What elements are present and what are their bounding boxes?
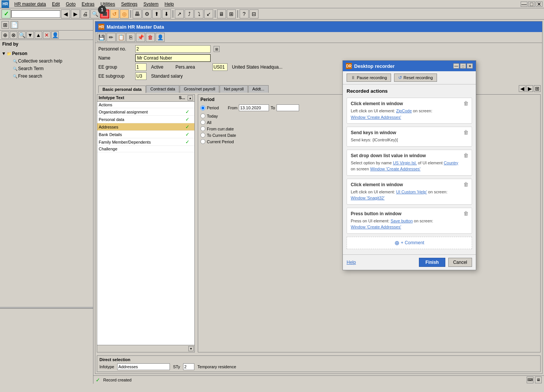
action-1-element-link[interactable]: ZipCode [396, 109, 412, 113]
help-btn[interactable]: ? [240, 9, 249, 18]
to-date-input[interactable] [277, 104, 299, 111]
action-5-delete-btn[interactable]: 🗑 [463, 210, 469, 216]
sidebar-item-collective-search[interactable]: 🔍 Collective search help [8, 57, 92, 65]
menu-hr-master[interactable]: HR master data [11, 1, 49, 8]
sidebar-item-free-search[interactable]: 🔍 Free search [8, 72, 92, 80]
from-curr-date-input[interactable] [200, 126, 205, 131]
action-5-screen-link[interactable]: Window 'Create Addresses' [351, 225, 401, 229]
orange-btn2[interactable]: ◎ [120, 9, 129, 18]
tree-btn6[interactable]: ✕ [43, 31, 50, 39]
menu-system[interactable]: System [141, 1, 162, 8]
today-radio-input[interactable] [200, 113, 205, 118]
tab-nav-left[interactable]: ◀ [519, 85, 526, 92]
win-minimize-btn[interactable]: — [521, 2, 527, 7]
confirm-button[interactable]: ✓ [2, 9, 11, 18]
tab-expand[interactable]: ⊞ [534, 85, 541, 92]
status-btn2[interactable]: 🖥 [535, 377, 542, 383]
sidebar-item-search-term[interactable]: 🔍 Search Term [8, 65, 92, 72]
infotype-row-family[interactable]: Family Member/Dependents ✓ [97, 138, 194, 146]
action-4-element-link[interactable]: UI Custom 'Help' [396, 190, 427, 194]
tree-btn7[interactable]: 👤 [51, 31, 59, 39]
print2-btn[interactable]: 🖶 [133, 9, 142, 18]
add-comment-btn[interactable]: ⊕ + Comment [347, 237, 472, 249]
nav-back-btn[interactable]: ◀ [61, 9, 70, 18]
action-3-element-link[interactable]: Country [444, 161, 458, 165]
custom-btn[interactable]: ⊟ [249, 9, 258, 18]
to-curr-date-input[interactable] [200, 133, 205, 138]
screen-btn1[interactable]: 🖥 [217, 9, 226, 18]
ee-group-input[interactable] [135, 63, 147, 71]
nav-forward-btn[interactable]: ▶ [71, 9, 80, 18]
from-date-input[interactable] [239, 104, 269, 111]
pers-area-code-input[interactable] [212, 63, 228, 71]
action-1-screen-link[interactable]: Window 'Create Addresses' [351, 115, 401, 119]
tab-contract[interactable]: Contract data [146, 85, 179, 93]
action-btn3[interactable]: ⤵ [194, 9, 203, 18]
action-3-option-link[interactable]: US Virgin Isl. [393, 161, 417, 165]
stop-btn[interactable]: ⬛ 1 [100, 9, 109, 18]
all-radio-input[interactable] [200, 120, 205, 125]
tree-btn3[interactable]: 🔍 [18, 31, 26, 39]
period-radio-input[interactable] [200, 106, 205, 110]
expand-arrow[interactable]: ▼ [2, 51, 6, 56]
menu-goto[interactable]: Goto [63, 1, 79, 8]
pause-recording-btn[interactable]: ⏸ Pause recording [347, 74, 391, 82]
recorder-minimize-btn[interactable]: — [453, 63, 459, 69]
panel-btn1[interactable]: ⊞ [2, 21, 9, 29]
infotype-row-bank[interactable]: Bank Details ✓ [97, 131, 194, 138]
menu-extras[interactable]: Extras [79, 1, 98, 8]
recorder-close-btn[interactable]: ✕ [467, 63, 473, 69]
menu-settings[interactable]: Settings [118, 1, 140, 8]
person-btn[interactable]: 👤 [156, 33, 165, 42]
clipboard-btn[interactable]: 📋 [116, 33, 125, 42]
action-btn1[interactable]: ↗ [175, 9, 184, 18]
print-btn[interactable]: 🖨 [81, 9, 90, 18]
table-scroll-down[interactable]: ▼ [188, 346, 194, 351]
infotype-sel-input[interactable] [117, 363, 170, 370]
recorder-maximize-btn[interactable]: □ [460, 63, 466, 69]
action-4-screen-link[interactable]: Window 'Snagit32' [351, 196, 385, 200]
win-close-btn[interactable]: ✕ [536, 2, 542, 7]
tab-basic-personal[interactable]: Basic personal data [98, 86, 146, 93]
help-link[interactable]: Help [347, 260, 356, 265]
infotype-row-challenge[interactable]: Challenge [97, 146, 194, 152]
action-4-delete-btn[interactable]: 🗑 [463, 181, 469, 187]
tree-person[interactable]: ▼ 📁 Person [2, 50, 92, 57]
action-btn2[interactable]: ⤴ [185, 9, 194, 18]
status-btn1[interactable]: ⌨ [527, 377, 533, 383]
finish-btn[interactable]: Finish [419, 258, 445, 267]
curr-period-radio-input[interactable] [200, 139, 205, 144]
action-5-element-link[interactable]: Save button [391, 219, 413, 223]
settings-btn[interactable]: ⚙ [142, 9, 151, 18]
tree-btn1[interactable]: ⊕ [2, 31, 9, 39]
delete-btn[interactable]: 🗑 [146, 33, 155, 42]
edit-btn[interactable]: ✏ [107, 33, 116, 42]
infotype-row-addresses[interactable]: Addresses ✓ [97, 123, 194, 131]
reset-recording-btn[interactable]: ↺ Reset recording [394, 74, 437, 82]
infotype-row-org[interactable]: Organizational assignment ✓ [97, 108, 194, 116]
action-3-screen-link[interactable]: Window 'Create Addresses' [370, 167, 420, 171]
personnel-lookup-btn[interactable]: ⊞ [214, 46, 220, 52]
copy-btn[interactable]: ⎘ [126, 33, 135, 42]
paste-btn[interactable]: 📌 [136, 33, 145, 42]
save-btn[interactable]: 💾 [97, 33, 106, 42]
table-scroll-up[interactable]: ▲ [188, 95, 193, 101]
refresh-btn[interactable]: ↺ [110, 9, 119, 18]
nav-btn4[interactable]: ⬇ [162, 9, 171, 18]
action-3-delete-btn[interactable]: 🗑 [463, 152, 469, 158]
command-input[interactable] [11, 10, 60, 18]
tree-btn5[interactable]: ▲ [35, 31, 42, 39]
tree-btn4[interactable]: ▼ [26, 31, 34, 39]
cancel-btn[interactable]: Cancel [448, 258, 472, 267]
screen-btn2[interactable]: ⊞ [227, 9, 236, 18]
action-btn4[interactable]: ↙ [204, 9, 213, 18]
win-maximize-btn[interactable]: □ [528, 2, 535, 7]
action-2-delete-btn[interactable]: 🗑 [463, 129, 469, 135]
nav-btn3[interactable]: ⬆ [152, 9, 161, 18]
menu-edit[interactable]: Edit [49, 1, 63, 8]
infotype-row-personal[interactable]: Personal data ✓ [97, 116, 194, 123]
panel-btn2[interactable]: 📄 [11, 21, 18, 29]
infotype-row-actions[interactable]: Actions [97, 102, 194, 108]
ee-subgroup-input[interactable] [135, 72, 147, 80]
personnel-input[interactable] [135, 45, 211, 53]
